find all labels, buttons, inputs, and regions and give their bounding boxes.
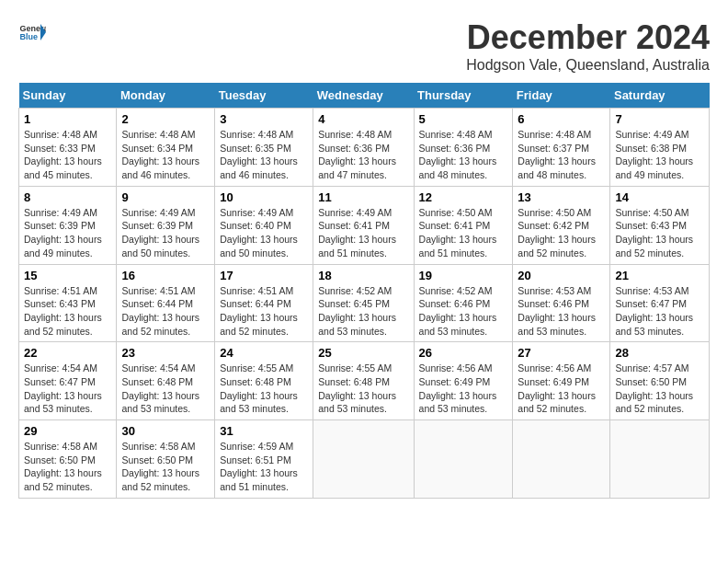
day-cell: 29Sunrise: 4:58 AMSunset: 6:50 PMDayligh… — [19, 420, 117, 499]
day-number: 14 — [615, 190, 704, 204]
week-row-5: 29Sunrise: 4:58 AMSunset: 6:50 PMDayligh… — [19, 420, 710, 499]
day-number: 15 — [24, 269, 111, 282]
day-cell — [414, 420, 513, 499]
day-info: Sunrise: 4:54 AMSunset: 6:48 PMDaylight:… — [121, 362, 199, 414]
day-info: Sunrise: 4:53 AMSunset: 6:46 PMDaylight:… — [518, 285, 596, 337]
day-number: 29 — [24, 424, 111, 438]
week-row-2: 8Sunrise: 4:49 AMSunset: 6:39 PMDaylight… — [19, 186, 710, 264]
day-number: 3 — [220, 112, 308, 126]
day-info: Sunrise: 4:48 AMSunset: 6:33 PMDaylight:… — [24, 129, 102, 180]
day-cell: 19Sunrise: 4:52 AMSunset: 6:46 PMDayligh… — [414, 264, 513, 342]
day-cell: 14Sunrise: 4:50 AMSunset: 6:43 PMDayligh… — [610, 186, 710, 264]
day-info: Sunrise: 4:58 AMSunset: 6:50 PMDaylight:… — [24, 441, 102, 492]
day-number: 11 — [318, 190, 408, 204]
day-cell: 20Sunrise: 4:53 AMSunset: 6:46 PMDayligh… — [513, 264, 610, 342]
day-info: Sunrise: 4:55 AMSunset: 6:48 PMDaylight:… — [318, 362, 396, 414]
day-info: Sunrise: 4:58 AMSunset: 6:50 PMDaylight:… — [121, 441, 199, 492]
day-cell: 18Sunrise: 4:52 AMSunset: 6:45 PMDayligh… — [313, 264, 414, 342]
day-number: 25 — [318, 346, 408, 360]
day-info: Sunrise: 4:54 AMSunset: 6:47 PMDaylight:… — [24, 362, 102, 414]
day-info: Sunrise: 4:49 AMSunset: 6:41 PMDaylight:… — [318, 207, 396, 259]
day-info: Sunrise: 4:56 AMSunset: 6:49 PMDaylight:… — [419, 362, 497, 414]
day-info: Sunrise: 4:50 AMSunset: 6:41 PMDaylight:… — [419, 207, 497, 259]
day-info: Sunrise: 4:51 AMSunset: 6:44 PMDaylight:… — [121, 285, 199, 337]
day-cell: 31Sunrise: 4:59 AMSunset: 6:51 PMDayligh… — [215, 420, 313, 499]
day-cell: 21Sunrise: 4:53 AMSunset: 6:47 PMDayligh… — [610, 264, 710, 342]
week-row-1: 1Sunrise: 4:48 AMSunset: 6:33 PMDaylight… — [19, 109, 710, 187]
day-cell: 25Sunrise: 4:55 AMSunset: 6:48 PMDayligh… — [313, 342, 414, 420]
day-cell: 9Sunrise: 4:49 AMSunset: 6:39 PMDaylight… — [117, 186, 215, 264]
day-cell: 4Sunrise: 4:48 AMSunset: 6:36 PMDaylight… — [313, 109, 414, 187]
day-cell: 17Sunrise: 4:51 AMSunset: 6:44 PMDayligh… — [215, 264, 313, 342]
header-tuesday: Tuesday — [215, 83, 313, 109]
day-cell: 8Sunrise: 4:49 AMSunset: 6:39 PMDaylight… — [19, 186, 117, 264]
day-number: 7 — [615, 112, 704, 126]
day-info: Sunrise: 4:49 AMSunset: 6:39 PMDaylight:… — [24, 207, 102, 259]
day-cell: 13Sunrise: 4:50 AMSunset: 6:42 PMDayligh… — [513, 186, 610, 264]
day-cell — [610, 420, 710, 499]
day-cell: 11Sunrise: 4:49 AMSunset: 6:41 PMDayligh… — [313, 186, 414, 264]
day-info: Sunrise: 4:56 AMSunset: 6:49 PMDaylight:… — [518, 362, 596, 414]
day-cell: 1Sunrise: 4:48 AMSunset: 6:33 PMDaylight… — [19, 109, 117, 187]
day-cell: 28Sunrise: 4:57 AMSunset: 6:50 PMDayligh… — [610, 342, 710, 420]
day-number: 23 — [121, 346, 210, 360]
logo-icon: General Blue — [18, 18, 46, 46]
day-number: 30 — [121, 424, 210, 438]
day-info: Sunrise: 4:57 AMSunset: 6:50 PMDaylight:… — [615, 362, 693, 414]
page-header: General Blue December 2024 Hodgson Vale,… — [18, 18, 710, 74]
day-number: 5 — [419, 112, 508, 126]
week-row-4: 22Sunrise: 4:54 AMSunset: 6:47 PMDayligh… — [19, 342, 710, 420]
day-info: Sunrise: 4:52 AMSunset: 6:46 PMDaylight:… — [419, 285, 497, 337]
day-number: 26 — [419, 346, 508, 360]
day-info: Sunrise: 4:52 AMSunset: 6:45 PMDaylight:… — [318, 285, 396, 337]
day-number: 12 — [419, 190, 508, 204]
day-number: 2 — [121, 112, 210, 126]
day-info: Sunrise: 4:50 AMSunset: 6:43 PMDaylight:… — [615, 207, 693, 259]
day-number: 6 — [518, 112, 605, 126]
header-row: Sunday Monday Tuesday Wednesday Thursday… — [19, 83, 710, 109]
day-cell: 30Sunrise: 4:58 AMSunset: 6:50 PMDayligh… — [117, 420, 215, 499]
header-saturday: Saturday — [610, 83, 710, 109]
day-info: Sunrise: 4:50 AMSunset: 6:42 PMDaylight:… — [518, 207, 596, 259]
day-cell: 24Sunrise: 4:55 AMSunset: 6:48 PMDayligh… — [215, 342, 313, 420]
day-cell: 15Sunrise: 4:51 AMSunset: 6:43 PMDayligh… — [19, 264, 117, 342]
logo: General Blue — [18, 18, 46, 46]
day-number: 19 — [419, 269, 508, 282]
day-number: 10 — [220, 190, 308, 204]
day-info: Sunrise: 4:49 AMSunset: 6:38 PMDaylight:… — [615, 129, 693, 180]
day-number: 1 — [24, 112, 111, 126]
day-info: Sunrise: 4:48 AMSunset: 6:37 PMDaylight:… — [518, 129, 596, 180]
day-number: 9 — [121, 190, 210, 204]
day-cell: 27Sunrise: 4:56 AMSunset: 6:49 PMDayligh… — [513, 342, 610, 420]
svg-text:Blue: Blue — [20, 32, 39, 41]
day-cell: 16Sunrise: 4:51 AMSunset: 6:44 PMDayligh… — [117, 264, 215, 342]
day-number: 16 — [121, 269, 210, 282]
day-info: Sunrise: 4:51 AMSunset: 6:43 PMDaylight:… — [24, 285, 102, 337]
header-friday: Friday — [513, 83, 610, 109]
day-cell: 22Sunrise: 4:54 AMSunset: 6:47 PMDayligh… — [19, 342, 117, 420]
header-wednesday: Wednesday — [313, 83, 414, 109]
day-cell — [313, 420, 414, 499]
title-area: December 2024 Hodgson Vale, Queensland, … — [466, 18, 710, 74]
day-number: 22 — [24, 346, 111, 360]
day-cell — [513, 420, 610, 499]
day-cell: 6Sunrise: 4:48 AMSunset: 6:37 PMDaylight… — [513, 109, 610, 187]
day-info: Sunrise: 4:55 AMSunset: 6:48 PMDaylight:… — [220, 362, 298, 414]
day-cell: 3Sunrise: 4:48 AMSunset: 6:35 PMDaylight… — [215, 109, 313, 187]
day-cell: 2Sunrise: 4:48 AMSunset: 6:34 PMDaylight… — [117, 109, 215, 187]
day-number: 17 — [220, 269, 308, 282]
header-sunday: Sunday — [19, 83, 117, 109]
day-cell: 5Sunrise: 4:48 AMSunset: 6:36 PMDaylight… — [414, 109, 513, 187]
day-number: 28 — [615, 346, 704, 360]
week-row-3: 15Sunrise: 4:51 AMSunset: 6:43 PMDayligh… — [19, 264, 710, 342]
day-info: Sunrise: 4:48 AMSunset: 6:34 PMDaylight:… — [121, 129, 199, 180]
calendar-subtitle: Hodgson Vale, Queensland, Australia — [466, 57, 710, 74]
day-info: Sunrise: 4:48 AMSunset: 6:36 PMDaylight:… — [419, 129, 497, 180]
day-number: 24 — [220, 346, 308, 360]
day-number: 18 — [318, 269, 408, 282]
day-number: 8 — [24, 190, 111, 204]
day-cell: 7Sunrise: 4:49 AMSunset: 6:38 PMDaylight… — [610, 109, 710, 187]
day-info: Sunrise: 4:48 AMSunset: 6:36 PMDaylight:… — [318, 129, 396, 180]
calendar-title: December 2024 — [466, 18, 710, 57]
day-number: 4 — [318, 112, 408, 126]
